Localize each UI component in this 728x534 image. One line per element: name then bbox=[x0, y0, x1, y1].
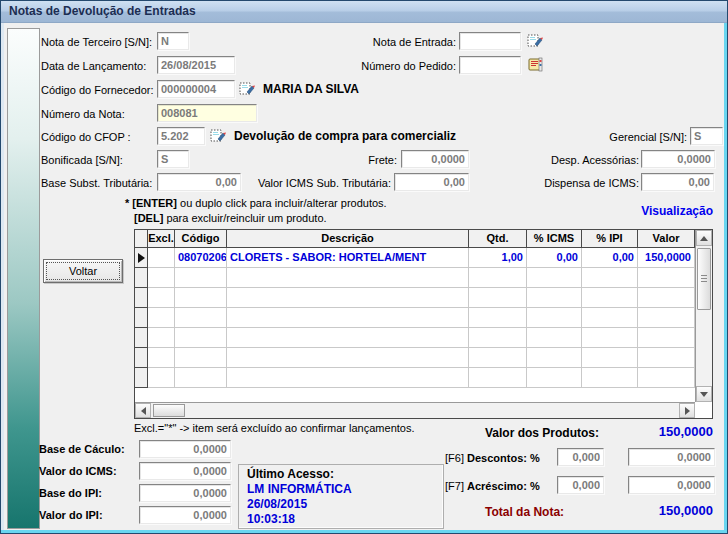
arrow-up-icon bbox=[700, 236, 708, 241]
grid-horizontal-scrollbar[interactable] bbox=[135, 402, 695, 418]
hint-enter-key: [ENTER] bbox=[132, 197, 177, 209]
scroll-left-button[interactable] bbox=[135, 403, 151, 418]
ultimo-acesso-hora: 10:03:18 bbox=[247, 512, 295, 526]
descontos-value-input[interactable] bbox=[628, 448, 715, 466]
cell-excl[interactable] bbox=[148, 248, 175, 268]
valor-produtos-label: Valor dos Produtos: bbox=[485, 426, 599, 440]
grid-vertical-scrollbar[interactable] bbox=[695, 230, 712, 402]
products-grid[interactable]: Excl. Código Descrição Qtd. % ICMS % IPI… bbox=[134, 229, 713, 419]
valor-produtos-value: 150,0000 bbox=[601, 424, 713, 439]
cell-descricao[interactable]: CLORETS - SABOR: HORTELA/MENT bbox=[227, 248, 469, 268]
scroll-up-button[interactable] bbox=[696, 230, 712, 246]
codigo-cfop-label: Código do CFOP : bbox=[41, 131, 131, 143]
gerencial-input[interactable] bbox=[690, 127, 723, 145]
table-row-empty[interactable] bbox=[135, 348, 712, 368]
codigo-fornecedor-input[interactable] bbox=[157, 80, 235, 98]
grid-header-valor: Valor bbox=[638, 230, 695, 247]
numero-nota-input[interactable] bbox=[157, 104, 257, 122]
base-subst-input[interactable] bbox=[157, 173, 241, 191]
arrow-right-icon bbox=[685, 407, 690, 415]
lookup-icon[interactable] bbox=[239, 80, 256, 97]
side-gradient-bar bbox=[7, 28, 40, 529]
acrescimo-percent-input[interactable] bbox=[557, 476, 604, 494]
descontos-percent-sign: % bbox=[530, 452, 540, 464]
acrescimo-label: Acréscimo: bbox=[467, 480, 527, 492]
hint-del-key: [DEL] bbox=[134, 212, 163, 224]
base-calculo-input[interactable] bbox=[139, 440, 231, 458]
visualizacao-link[interactable]: Visualização bbox=[601, 204, 713, 218]
grid-header-excl: Excl. bbox=[148, 230, 175, 247]
cell-qtd[interactable]: 1,00 bbox=[469, 248, 527, 268]
cell-ipi[interactable]: 0,00 bbox=[582, 248, 638, 268]
nota-terceiro-label: Nota de Terceiro [S/N]: bbox=[41, 36, 152, 48]
dispensa-icms-label: Dispensa de ICMS: bbox=[541, 177, 639, 189]
window-title: Notas de Devolução de Entradas bbox=[9, 4, 196, 18]
f6-key-label: [F6] bbox=[445, 452, 464, 464]
desp-acessorias-input[interactable] bbox=[641, 150, 715, 168]
hint-star: * bbox=[125, 197, 129, 209]
hint-del: [DEL] para excluir/reincluir um produto. bbox=[134, 212, 327, 224]
hint-enter: * [ENTER] ou duplo click para incluir/al… bbox=[125, 197, 387, 209]
row-selector-cell bbox=[135, 248, 148, 268]
valor-icms-sub-input[interactable] bbox=[394, 173, 469, 191]
base-ipi-input[interactable] bbox=[139, 484, 231, 502]
cell-valor[interactable]: 150,0000 bbox=[638, 248, 695, 268]
cfop-descricao: Devolução de compra para comercializ bbox=[234, 129, 456, 143]
numero-pedido-label: Número do Pedido: bbox=[349, 60, 456, 72]
fornecedor-nome: MARIA DA SILVA bbox=[263, 82, 359, 96]
table-row-empty[interactable] bbox=[135, 268, 712, 288]
codigo-cfop-input[interactable] bbox=[157, 127, 205, 145]
gerencial-label: Gerencial [S/N]: bbox=[591, 131, 687, 143]
ultimo-acesso-panel: Último Acesso: LM INFORMÁTICA 26/08/2015… bbox=[238, 464, 444, 529]
cell-icms[interactable]: 0,00 bbox=[527, 248, 582, 268]
base-subst-label: Base Subst. Tributária: bbox=[41, 177, 152, 189]
lookup-icon[interactable] bbox=[210, 127, 227, 144]
base-ipi-label: Base do IPI: bbox=[39, 487, 102, 499]
nota-entrada-label: Nota de Entrada: bbox=[353, 36, 456, 48]
scroll-down-button[interactable] bbox=[696, 386, 712, 402]
title-bar[interactable]: Notas de Devolução de Entradas bbox=[1, 1, 727, 23]
bonificada-input[interactable] bbox=[157, 150, 189, 168]
cell-codigo[interactable]: 08070206 bbox=[175, 248, 227, 268]
numero-nota-label: Número da Nota: bbox=[41, 108, 125, 120]
voltar-button[interactable]: Voltar bbox=[43, 259, 123, 283]
grid-header: Excl. Código Descrição Qtd. % ICMS % IPI… bbox=[135, 230, 712, 248]
table-row-empty[interactable] bbox=[135, 308, 712, 328]
scroll-right-button[interactable] bbox=[679, 403, 695, 418]
acrescimo-value-input[interactable] bbox=[628, 476, 715, 494]
dispensa-icms-input[interactable] bbox=[641, 173, 714, 191]
valor-ipi-label: Valor do IPI: bbox=[39, 509, 103, 521]
table-row-empty[interactable] bbox=[135, 328, 712, 348]
f7-key-label: [F7] bbox=[445, 480, 464, 492]
frete-input[interactable] bbox=[401, 150, 469, 168]
grid-header-icms: % ICMS bbox=[527, 230, 582, 247]
lookup-icon[interactable] bbox=[527, 32, 544, 49]
acrescimo-row-label: [F7] Acréscimo: % bbox=[445, 480, 540, 492]
vertical-scroll-thumb[interactable] bbox=[697, 248, 711, 310]
table-row-empty[interactable] bbox=[135, 368, 712, 388]
base-calculo-label: Base de Cáculo: bbox=[39, 443, 125, 455]
order-book-icon[interactable] bbox=[527, 56, 544, 73]
descontos-label: Descontos: bbox=[467, 452, 527, 464]
valor-icms-input[interactable] bbox=[139, 462, 231, 480]
ultimo-acesso-empresa: LM INFORMÁTICA bbox=[247, 482, 352, 496]
horizontal-scroll-thumb[interactable] bbox=[153, 404, 185, 417]
app-window: Notas de Devolução de Entradas Nota de T… bbox=[0, 0, 728, 534]
table-row-empty[interactable] bbox=[135, 288, 712, 308]
codigo-fornecedor-label: Código do Fornecedor: bbox=[41, 84, 154, 96]
descontos-percent-input[interactable] bbox=[557, 448, 604, 466]
hint-enter-text: ou duplo click para incluir/alterar prod… bbox=[177, 197, 387, 209]
descontos-row-label: [F6] Descontos: % bbox=[445, 452, 540, 464]
grid-header-codigo: Código bbox=[175, 230, 227, 247]
nota-entrada-input[interactable] bbox=[459, 32, 521, 50]
valor-icms-sub-label: Valor ICMS Sub. Tributária: bbox=[249, 177, 391, 189]
valor-ipi-input[interactable] bbox=[139, 506, 231, 524]
grid-footnote: Excl.="*" -> item será excluído ao confi… bbox=[134, 422, 414, 434]
table-row[interactable]: 08070206 CLORETS - SABOR: HORTELA/MENT 1… bbox=[135, 248, 712, 268]
numero-pedido-input[interactable] bbox=[459, 56, 521, 74]
arrow-down-icon bbox=[700, 392, 708, 397]
arrow-left-icon bbox=[141, 407, 146, 415]
frete-label: Frete: bbox=[301, 154, 397, 166]
data-lancamento-input[interactable] bbox=[157, 56, 235, 74]
nota-terceiro-input[interactable] bbox=[157, 32, 189, 50]
